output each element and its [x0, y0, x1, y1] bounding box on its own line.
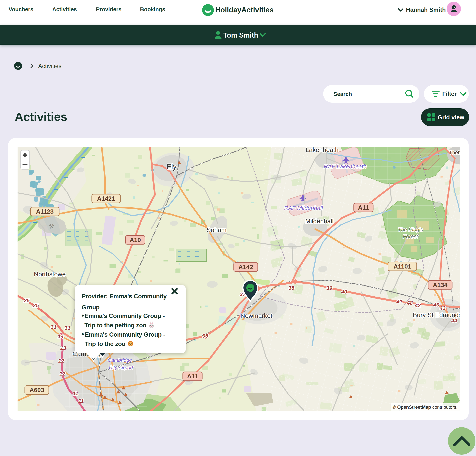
svg-text:40: 40 [341, 289, 347, 295]
svg-text:Soham: Soham [207, 226, 227, 233]
svg-text:43: 43 [433, 302, 439, 308]
svg-text:Newmarket: Newmarket [241, 312, 272, 319]
svg-text:41: 41 [396, 299, 402, 304]
svg-text:A1421: A1421 [97, 195, 115, 202]
svg-text:12: 12 [59, 371, 65, 377]
svg-text:A603: A603 [30, 387, 44, 393]
svg-text:42: 42 [407, 300, 413, 306]
svg-text:City Airport: City Airport [109, 365, 133, 370]
svg-text:Northstowe: Northstowe [34, 271, 66, 278]
svg-text:Forest: Forest [403, 233, 418, 239]
svg-text:25: 25 [33, 303, 39, 308]
svg-text:Mildenhall: Mildenhall [305, 218, 334, 225]
svg-text:13: 13 [60, 345, 66, 351]
svg-text:11: 11 [78, 398, 84, 404]
svg-text:12: 12 [58, 358, 64, 364]
svg-text:11: 11 [73, 390, 78, 396]
svg-text:Ely: Ely [167, 163, 177, 171]
svg-text:A10: A10 [130, 236, 141, 243]
svg-text:RAF Mildenhall: RAF Mildenhall [284, 205, 323, 211]
svg-text:14: 14 [58, 333, 64, 339]
svg-text:38: 38 [289, 285, 295, 291]
svg-text:A11: A11 [187, 373, 198, 380]
svg-text:The King's: The King's [398, 227, 423, 232]
svg-text:⚒: ⚒ [49, 223, 54, 230]
svg-text:39: 39 [326, 285, 332, 291]
svg-text:© OpenStreetMap contributors.: © OpenStreetMap contributors. [393, 405, 458, 410]
svg-text:31: 31 [65, 325, 70, 331]
svg-text:31: 31 [51, 324, 57, 330]
svg-text:A1101: A1101 [394, 263, 411, 270]
svg-text:RAF Lakenheath: RAF Lakenheath [324, 163, 367, 169]
svg-text:25: 25 [24, 297, 30, 304]
svg-text:A142: A142 [238, 263, 253, 270]
svg-text:A1123: A1123 [36, 208, 54, 215]
svg-text:36: 36 [202, 333, 208, 339]
svg-text:A134: A134 [433, 281, 448, 288]
svg-text:Lakenheath: Lakenheath [306, 147, 339, 153]
svg-text:Cambridge: Cambridge [108, 357, 132, 363]
svg-text:44: 44 [451, 318, 457, 323]
svg-text:42: 42 [415, 303, 421, 308]
svg-text:43: 43 [439, 305, 446, 311]
svg-text:A11: A11 [358, 204, 369, 211]
svg-text:Thetford: Thetford [449, 150, 460, 155]
